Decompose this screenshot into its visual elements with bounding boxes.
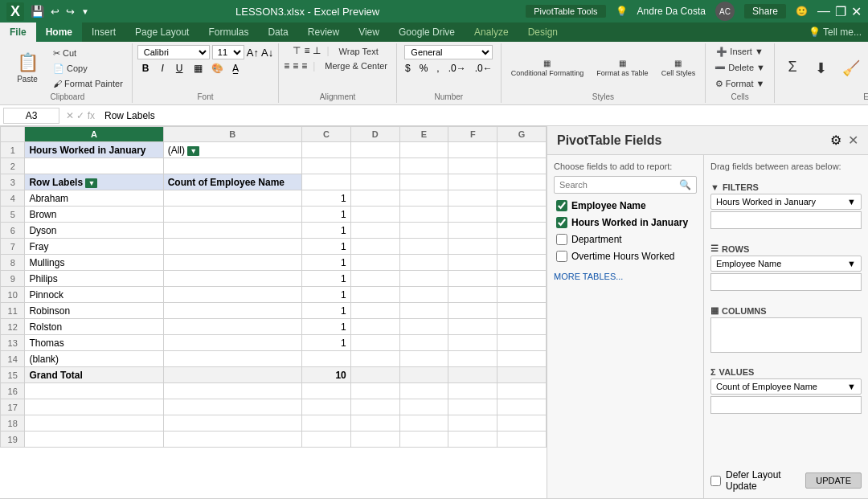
field-checkbox-employee-name[interactable] — [556, 200, 567, 211]
share-button[interactable]: Share — [744, 4, 786, 18]
insert-button[interactable]: ➕ Insert ▼ — [712, 45, 768, 59]
font-size-select[interactable]: 11 — [212, 45, 244, 59]
col-header-b[interactable]: B — [163, 127, 301, 142]
defer-checkbox[interactable] — [710, 476, 721, 486]
pivot-search-input[interactable] — [559, 180, 676, 190]
pivot-area-rows: ☰ ROWS Employee Name ▼ — [710, 243, 862, 291]
empty-cell — [448, 239, 497, 255]
col-header-f[interactable]: F — [448, 127, 497, 142]
tab-analyze[interactable]: Analyze — [465, 22, 518, 42]
pivot-row-labels-cell[interactable]: Row Labels ▼ — [25, 174, 163, 190]
pivot-panel-close[interactable]: ✕ — [848, 133, 858, 148]
fill-color-button[interactable]: 🎨 — [208, 62, 227, 75]
col-header-a[interactable]: A — [25, 127, 163, 142]
quick-access-save[interactable]: 💾 — [31, 5, 44, 18]
tab-google-drive[interactable]: Google Drive — [389, 22, 465, 42]
align-bottom[interactable]: ⊥ — [313, 45, 321, 58]
font-family-select[interactable]: Calibri — [137, 45, 210, 59]
empty-cell — [399, 287, 448, 303]
paste-button[interactable]: 📋 Paste — [8, 49, 47, 87]
corner-header — [1, 127, 25, 142]
tab-insert[interactable]: Insert — [82, 22, 125, 42]
col-header-d[interactable]: D — [350, 127, 399, 142]
field-checkbox-overtime[interactable] — [556, 251, 567, 262]
field-item-employee-name[interactable]: Employee Name — [554, 198, 697, 213]
formula-input[interactable] — [101, 108, 865, 123]
field-item-hours-worked[interactable]: Hours Worked in January — [554, 215, 697, 230]
conditional-formatting-button[interactable]: ▦ Conditional Formatting — [506, 56, 589, 80]
format-painter-button[interactable]: 🖌 Format Painter — [49, 77, 127, 90]
align-left[interactable]: ≡ — [284, 60, 289, 72]
values-dropdown[interactable]: Count of Employee Name ▼ — [710, 378, 862, 395]
close-button[interactable]: ✕ — [851, 4, 862, 19]
align-right[interactable]: ≡ — [301, 60, 307, 72]
align-middle[interactable]: ≡ — [304, 45, 309, 58]
align-top[interactable]: ⊤ — [293, 45, 301, 58]
quick-access-undo[interactable]: ↩ — [51, 6, 59, 18]
sigma-icon: Σ — [788, 59, 796, 76]
copy-button[interactable]: 📄 Copy — [49, 62, 127, 76]
col-header-c[interactable]: C — [301, 127, 350, 142]
borders-button[interactable]: ▦ — [190, 62, 206, 75]
decrease-decimal[interactable]: .0← — [472, 62, 496, 75]
field-checkbox-department[interactable] — [556, 234, 567, 245]
tell-me-box[interactable]: 💡 Tell me... — [802, 22, 868, 42]
align-center[interactable]: ≡ — [293, 60, 298, 72]
search-icon: 🔍 — [679, 179, 691, 190]
tab-file[interactable]: File — [0, 22, 36, 42]
col-header-e[interactable]: E — [399, 127, 448, 142]
tab-design[interactable]: Design — [518, 22, 567, 42]
cell-styles-button[interactable]: ▦ Cell Styles — [657, 56, 701, 80]
percent-button[interactable]: % — [416, 62, 432, 75]
italic-button[interactable]: I — [156, 61, 168, 76]
empty-cell — [497, 158, 547, 174]
tab-review[interactable]: Review — [298, 22, 349, 42]
autosum-button[interactable]: Σ — [780, 56, 805, 80]
update-button[interactable]: UPDATE — [805, 472, 862, 489]
minimize-button[interactable]: — — [817, 4, 830, 19]
fill-button[interactable]: ⬇ — [809, 57, 834, 80]
bold-button[interactable]: B — [137, 61, 154, 76]
underline-button[interactable]: U — [171, 61, 188, 76]
increase-font-size[interactable]: A↑ — [247, 47, 259, 59]
editing-content: Σ ⬇ 🧹 ↕🔽 Sort & Filter 🔍 Find & Select — [780, 45, 868, 91]
tab-page-layout[interactable]: Page Layout — [125, 22, 199, 42]
wrap-text-button[interactable]: Wrap Text — [335, 45, 383, 58]
tab-view[interactable]: View — [349, 22, 389, 42]
table-row: 4Abraham1 — [1, 190, 547, 207]
field-item-overtime[interactable]: Overtime Hours Worked — [554, 249, 697, 264]
clear-button[interactable]: 🧹 — [837, 57, 865, 80]
customize-qat[interactable]: ▼ — [81, 7, 89, 16]
row-number-3: 3 — [1, 174, 25, 190]
empty-cell — [448, 367, 497, 383]
font-color-button[interactable]: A̲ — [229, 62, 242, 75]
decrease-font-size[interactable]: A↓ — [261, 47, 273, 59]
cell-reference-box[interactable] — [3, 108, 59, 124]
pivot-settings-button[interactable]: ⚙ — [830, 133, 841, 148]
field-checkbox-hours-worked[interactable] — [556, 217, 567, 228]
tab-formulas[interactable]: Formulas — [199, 22, 258, 42]
lightbulb-icon[interactable]: 💡 — [616, 6, 628, 17]
columns-label: ▦ COLUMNS — [710, 305, 862, 316]
col-header-g[interactable]: G — [497, 127, 547, 142]
delete-button[interactable]: ➖ Delete ▼ — [710, 61, 769, 75]
maximize-button[interactable]: ❐ — [835, 4, 846, 19]
more-tables-link[interactable]: MORE TABLES... — [554, 272, 697, 281]
merge-center-button[interactable]: Merge & Center — [321, 59, 391, 72]
filter-value-cell[interactable]: (All) ▼ — [163, 142, 301, 158]
increase-decimal[interactable]: .0→ — [445, 62, 469, 75]
number-format-select[interactable]: General — [404, 45, 493, 59]
tab-data[interactable]: Data — [258, 22, 297, 42]
ribbon-group-font: Calibri 11 A↑ A↓ B I U ▦ 🎨 A̲ Font — [133, 43, 279, 103]
currency-button[interactable]: $ — [402, 62, 414, 75]
cut-button[interactable]: ✂ Cut — [49, 47, 127, 60]
filters-dropdown[interactable]: Hours Worked in January ▼ — [710, 194, 862, 210]
smiley-icon[interactable]: 🙂 — [796, 6, 808, 17]
rows-dropdown[interactable]: Employee Name ▼ — [710, 256, 862, 272]
comma-button[interactable]: , — [433, 62, 442, 75]
format-button[interactable]: ⚙ Format ▼ — [711, 77, 769, 91]
field-item-department[interactable]: Department — [554, 232, 697, 247]
quick-access-redo[interactable]: ↪ — [66, 6, 75, 18]
tab-home[interactable]: Home — [36, 22, 82, 42]
format-as-table-button[interactable]: ▦ Format as Table — [592, 56, 653, 80]
